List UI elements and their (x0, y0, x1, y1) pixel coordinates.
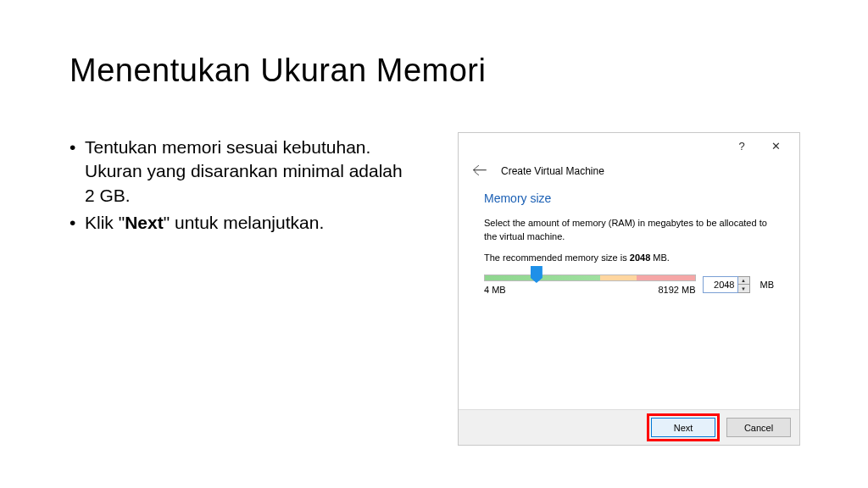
bullet-bold: Next (125, 213, 164, 232)
cancel-button[interactable]: Cancel (726, 418, 791, 437)
titlebar: ? ✕ (459, 133, 799, 158)
bullet-suffix: " untuk melanjutkan. (164, 213, 325, 232)
chevron-up-icon: ▲ (741, 278, 746, 283)
slider-labels: 4 MB 8192 MB (484, 285, 696, 295)
bullet-text: Tentukan memori sesuai kebutuhan. Ukuran… (85, 137, 403, 205)
memory-slider-row: 4 MB 8192 MB ▲ ▼ MB (484, 274, 774, 295)
next-highlight: Next (647, 413, 720, 441)
recommend-prefix: The recommended memory size is (484, 252, 630, 263)
slide-title: Menentukan Ukuran Memori (70, 53, 486, 89)
spin-up-button[interactable]: ▲ (738, 277, 749, 286)
wizard-header: 🡠 Create Virtual Machine (459, 158, 799, 186)
section-heading: Memory size (484, 191, 774, 205)
memory-spinbox: ▲ ▼ (703, 276, 750, 293)
memory-unit: MB (760, 280, 775, 290)
close-button[interactable]: ✕ (759, 134, 793, 158)
back-arrow-icon: 🡠 (472, 162, 487, 179)
help-button[interactable]: ? (725, 134, 759, 158)
slider-track (484, 274, 696, 281)
dialog-content: Memory size Select the amount of memory … (459, 186, 799, 303)
close-icon: ✕ (771, 140, 781, 152)
bullet-item: Tentukan memori sesuai kebutuhan. Ukuran… (70, 136, 409, 208)
button-bar: Next Cancel (459, 409, 799, 445)
memory-slider[interactable]: 4 MB 8192 MB (484, 274, 696, 295)
wizard-title: Create Virtual Machine (501, 165, 604, 177)
next-button[interactable]: Next (651, 418, 715, 437)
description-text: Select the amount of memory (RAM) in meg… (484, 217, 774, 244)
recommend-value: 2048 (630, 252, 650, 263)
bullet-item: Klik "Next" untuk melanjutkan. (70, 211, 409, 235)
back-button[interactable]: 🡠 (469, 162, 491, 180)
recommended-text: The recommended memory size is 2048 MB. (484, 252, 774, 263)
create-vm-dialog: ? ✕ 🡠 Create Virtual Machine Memory size… (458, 132, 800, 446)
slider-max-label: 8192 MB (658, 285, 695, 295)
slider-min-label: 4 MB (484, 285, 506, 295)
slide-bullets: Tentukan memori sesuai kebutuhan. Ukuran… (70, 136, 409, 238)
memory-input[interactable] (703, 276, 738, 293)
spin-down-button[interactable]: ▼ (738, 285, 749, 292)
bullet-prefix: Klik " (85, 213, 125, 232)
chevron-down-icon: ▼ (741, 286, 746, 291)
recommend-suffix: MB. (650, 252, 670, 263)
spin-buttons: ▲ ▼ (738, 276, 750, 293)
